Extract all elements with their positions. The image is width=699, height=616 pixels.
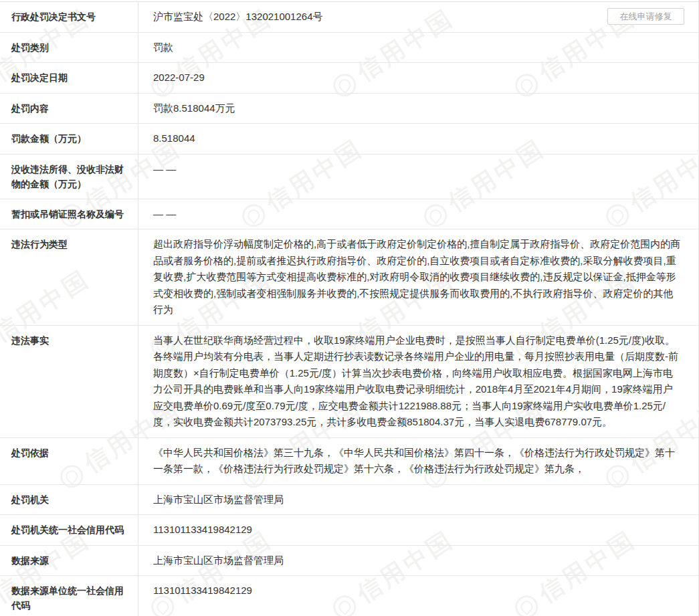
table-row: 违法行为类型超出政府指导价浮动幅度制定价格的,高于或者低于政府定价制定价格的,擅… (0, 229, 698, 326)
row-label: 处罚类别 (0, 33, 138, 63)
row-value-text: 《中华人民共和国价格法》第三十九条，《中华人民共和国价格法》第四十一条，《价格违… (153, 447, 675, 475)
table-row: 数据来源单位统一社会信用代码113101133419842129 (0, 576, 698, 616)
row-value: — — (138, 155, 698, 199)
row-value-text: 当事人在世纪联华商场经营过程中，收取19家终端用户企业电费时，是按照当事人自行制… (153, 334, 678, 428)
row-value-text: 上海市宝山区市场监督管理局 (153, 554, 284, 566)
row-value-text: 8.518044 (153, 132, 195, 144)
row-value-text: 113101133419842129 (153, 585, 252, 596)
row-label: 处罚机关统一社会信用代码 (0, 515, 138, 545)
row-value: 8.518044 (138, 124, 698, 154)
row-label: 处罚内容 (0, 94, 138, 124)
row-label: 罚款金额（万元） (0, 124, 138, 154)
row-label: 没收违法所得、没收非法财物的金额（万元） (0, 155, 138, 199)
table-row: 处罚机关上海市宝山区市场监督管理局 (0, 485, 698, 516)
row-value: 上海市宝山区市场监督管理局 (138, 485, 698, 515)
table-row: 违法事实当事人在世纪联华商场经营过程中，收取19家终端用户企业电费时，是按照当事… (0, 326, 698, 438)
row-value-text: 罚款 (153, 41, 173, 53)
table-row: 处罚依据《中华人民共和国价格法》第三十九条，《中华人民共和国价格法》第四十一条，… (0, 438, 698, 485)
row-value: 113101133419842129 (138, 515, 698, 545)
row-label: 违法行为类型 (0, 229, 138, 325)
row-value: 罚款 (138, 33, 698, 63)
row-label: 数据来源 (0, 546, 138, 576)
row-label: 处罚机关 (0, 485, 138, 515)
row-label: 数据来源单位统一社会信用代码 (0, 576, 138, 616)
row-value: 沪市监宝处〈2022〉132021001264号在线申请修复 (138, 2, 698, 32)
penalty-detail-page: 信用中国信用中国信用中国信用中国信用中国信用中国信用中国信用中国信用中国信用中国… (0, 0, 699, 616)
table-row: 处罚内容罚款8.518044万元 (0, 94, 698, 124)
row-value: — — (138, 199, 698, 229)
row-label: 暂扣或吊销证照名称及编号 (0, 199, 138, 229)
row-label: 行政处罚决定书文号 (0, 2, 138, 32)
row-value: 超出政府指导价浮动幅度制定价格的,高于或者低于政府定价制定价格的,擅自制定属于政… (138, 229, 698, 325)
row-value-text: — — (153, 208, 176, 219)
row-value-text: 113101133419842129 (153, 524, 252, 535)
row-value-text: 沪市监宝处〈2022〉132021001264号 (153, 11, 322, 22)
row-label: 处罚依据 (0, 438, 138, 484)
row-label: 处罚决定日期 (0, 63, 138, 93)
row-value-text: 2022-07-29 (153, 72, 205, 83)
row-value: 上海市宝山区市场监督管理局 (138, 546, 698, 576)
row-value: 2022-07-29 (138, 63, 698, 93)
row-value-text: 上海市宝山区市场监督管理局 (153, 494, 284, 505)
row-value-text: 罚款8.518044万元 (153, 102, 235, 114)
online-repair-request-button[interactable]: 在线申请修复 (607, 8, 684, 25)
row-label: 违法事实 (0, 326, 138, 437)
table-row: 处罚机关统一社会信用代码113101133419842129 (0, 515, 698, 546)
penalty-detail-table: 行政处罚决定书文号沪市监宝处〈2022〉132021001264号在线申请修复处… (0, 1, 698, 616)
table-row: 处罚类别罚款 (0, 33, 698, 64)
row-value-text: — — (153, 163, 176, 175)
table-row: 暂扣或吊销证照名称及编号— — (0, 199, 698, 230)
table-row: 处罚决定日期2022-07-29 (0, 63, 698, 94)
row-value: 当事人在世纪联华商场经营过程中，收取19家终端用户企业电费时，是按照当事人自行制… (138, 326, 698, 437)
table-row: 没收违法所得、没收非法财物的金额（万元）— — (0, 155, 698, 199)
table-row: 罚款金额（万元）8.518044 (0, 124, 698, 155)
row-value: 《中华人民共和国价格法》第三十九条，《中华人民共和国价格法》第四十一条，《价格违… (138, 438, 698, 484)
table-row: 行政处罚决定书文号沪市监宝处〈2022〉132021001264号在线申请修复 (0, 2, 698, 33)
table-row: 数据来源上海市宝山区市场监督管理局 (0, 546, 698, 577)
row-value-text: 超出政府指导价浮动幅度制定价格的,高于或者低于政府定价制定价格的,擅自制定属于政… (153, 238, 680, 315)
row-value: 113101133419842129 (138, 576, 698, 616)
row-value: 罚款8.518044万元 (138, 94, 698, 124)
